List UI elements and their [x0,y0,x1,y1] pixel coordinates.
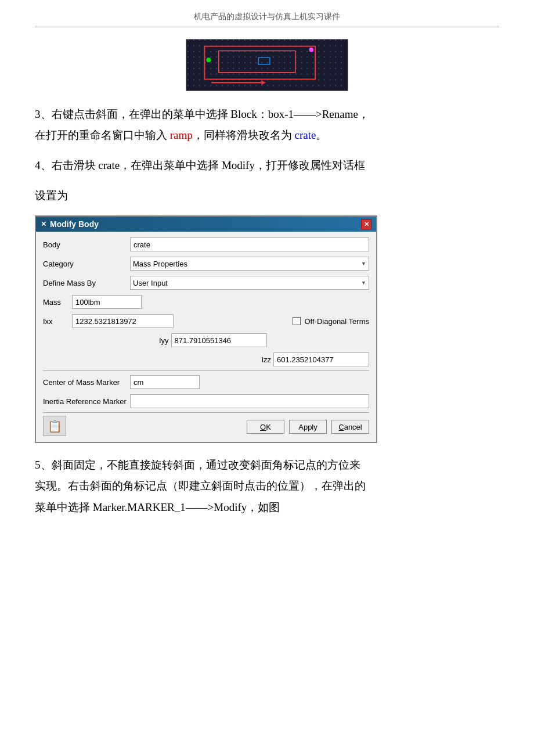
category-select-wrapper: Mass Properties [130,257,369,271]
ixx-input[interactable] [72,314,174,328]
para4-text: 4、右击滑块 crate，在弹出菜单中选择 Modify，打开修改属性对话框 [35,159,365,171]
category-select[interactable]: Mass Properties [130,257,369,271]
modify-body-dialog: ✕ Modify Body ✕ Body Category Mass [35,215,377,443]
define-mass-label: Define Mass By [43,279,130,287]
izz-label: Izz [261,355,271,364]
dialog-body: Body Category Mass Properties Define Mas… [36,232,376,442]
para4b-text: 设置为 [35,189,68,201]
dialog-buttons: OK Apply Cancel [247,417,369,435]
inertia-input[interactable] [130,394,369,408]
dialog-title: Modify Body [50,219,99,229]
iyy-label: Iyy [146,336,169,345]
para5-text1: 5、斜面固定，不能直接旋转斜面，通过改变斜面角标记点的方位来 [35,459,360,471]
define-mass-select[interactable]: User Input [130,276,369,290]
cancel-label: Cancel [338,423,362,431]
off-diagonal-area: Off-Diagonal Terms [185,317,369,326]
para3-text4: 。 [316,129,327,141]
inertia-label: Inertia Reference Marker [43,397,130,406]
para3-text1: 3、右键点击斜面，在弹出的菜单中选择 Block：box-1——>Rename， [35,108,369,120]
paragraph-3: 3、右键点击斜面，在弹出的菜单中选择 Block：box-1——>Rename，… [35,104,499,146]
dot-grid-svg: // generate dots - we'll do it via patte… [186,39,348,91]
izz-input[interactable] [273,352,369,366]
svg-point-4 [206,57,211,62]
com-label: Center of Mass Marker [43,378,130,387]
dialog-close-button[interactable]: ✕ [361,219,371,229]
page-container: 机电产品的虚拟设计与仿真上机实习课件 // generate dots - we… [0,0,534,756]
header-title: 机电产品的虚拟设计与仿真上机实习课件 [194,12,340,21]
dialog-ixx-row: Ixx Off-Diagonal Terms [43,313,369,329]
dialog-separator-2 [43,412,369,413]
body-input[interactable] [130,237,369,251]
dialog-x-icon: ✕ [41,220,46,228]
paragraph-5: 5、斜面固定，不能直接旋转斜面，通过改变斜面角标记点的方位来 实现。右击斜面的角… [35,455,499,517]
para3-text2: 在打开的重命名窗口中输入 [35,129,170,141]
diagram-image: // generate dots - we'll do it via patte… [186,39,348,91]
para3-highlight1: ramp [170,129,193,141]
paragraph-4b: 设置为 [35,185,499,206]
iyy-input[interactable] [171,333,267,347]
com-input[interactable] [130,375,200,389]
dialog-footer-row: 📋 OK Apply Cancel [43,416,369,436]
diagram-container: // generate dots - we'll do it via patte… [35,39,499,91]
mass-input[interactable] [72,295,142,309]
paragraph-4: 4、右击滑块 crate，在弹出菜单中选择 Modify，打开修改属性对话框 [35,155,499,176]
dialog-iyy-row: Iyy [43,332,369,348]
mass-label: Mass [43,298,72,307]
dialog-body-icon: 📋 [48,419,62,433]
ok-button[interactable]: OK [247,420,284,434]
cancel-button[interactable]: Cancel [331,420,369,434]
dialog-body-row: Body [43,236,369,253]
off-diagonal-checkbox[interactable] [293,317,301,325]
para5-text2: 实现。右击斜面的角标记点（即建立斜面时点击的位置），在弹出的 [35,480,366,492]
dialog-wrapper: ✕ Modify Body ✕ Body Category Mass [35,215,499,443]
dialog-izz-row: Izz [43,351,369,368]
dialog-titlebar: ✕ Modify Body ✕ [36,217,376,232]
dialog-com-row: Center of Mass Marker [43,374,369,390]
dialog-inertia-row: Inertia Reference Marker [43,393,369,409]
dialog-separator [43,370,369,371]
category-label: Category [43,260,130,268]
dialog-icon-area: 📋 [43,416,66,436]
dialog-mass-row: Mass [43,294,369,310]
apply-button[interactable]: Apply [289,420,327,434]
svg-point-5 [309,48,313,52]
para3-highlight2: crate [295,129,316,141]
off-diagonal-label: Off-Diagonal Terms [304,317,369,326]
define-mass-select-wrapper: User Input [130,276,369,290]
para5-text3: 菜单中选择 Marker.MARKER_1——>Modify，如图 [35,501,280,513]
ixx-label: Ixx [43,317,72,326]
para3-text3: ，同样将滑块改名为 [193,129,295,141]
page-header: 机电产品的虚拟设计与仿真上机实习课件 [35,12,499,27]
body-label: Body [43,240,130,249]
titlebar-left: ✕ Modify Body [41,219,99,229]
ok-label: OK [260,423,271,431]
dialog-define-mass-row: Define Mass By User Input [43,275,369,291]
dialog-category-row: Category Mass Properties [43,255,369,272]
